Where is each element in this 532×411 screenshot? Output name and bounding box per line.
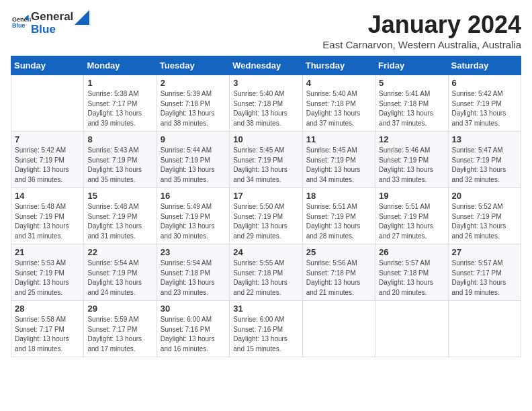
calendar-cell: 9Sunrise: 5:44 AM Sunset: 7:19 PM Daylig… [157, 132, 229, 188]
calendar-cell: 2Sunrise: 5:39 AM Sunset: 7:18 PM Daylig… [157, 75, 229, 132]
logo-icon: General Blue [12, 13, 31, 32]
day-number: 25 [306, 247, 371, 257]
calendar-cell: 8Sunrise: 5:43 AM Sunset: 7:19 PM Daylig… [84, 132, 157, 188]
day-number: 15 [87, 191, 152, 201]
day-number: 20 [452, 191, 517, 201]
calendar-cell: 1Sunrise: 5:38 AM Sunset: 7:17 PM Daylig… [84, 75, 157, 132]
day-number: 9 [161, 134, 226, 144]
day-number: 5 [379, 78, 444, 88]
day-info: Sunrise: 5:46 AM Sunset: 7:19 PM Dayligh… [379, 146, 444, 185]
calendar-week-row: 1Sunrise: 5:38 AM Sunset: 7:17 PM Daylig… [11, 75, 521, 132]
calendar-cell: 15Sunrise: 5:48 AM Sunset: 7:19 PM Dayli… [84, 188, 157, 244]
day-number: 26 [379, 247, 444, 257]
day-number: 6 [452, 78, 517, 88]
day-info: Sunrise: 6:00 AM Sunset: 7:16 PM Dayligh… [161, 315, 226, 354]
calendar-cell [302, 301, 375, 357]
weekday-header-row: SundayMondayTuesdayWednesdayThursdayFrid… [11, 56, 521, 75]
weekday-header: Thursday [302, 56, 375, 75]
day-number: 30 [161, 304, 226, 314]
day-info: Sunrise: 5:40 AM Sunset: 7:18 PM Dayligh… [233, 89, 298, 128]
day-number: 17 [233, 191, 298, 201]
day-number: 19 [379, 191, 444, 201]
calendar-cell [448, 301, 521, 357]
calendar-cell: 16Sunrise: 5:49 AM Sunset: 7:19 PM Dayli… [157, 188, 229, 244]
day-info: Sunrise: 5:57 AM Sunset: 7:17 PM Dayligh… [452, 259, 517, 298]
calendar-week-row: 7Sunrise: 5:42 AM Sunset: 7:19 PM Daylig… [11, 132, 521, 188]
day-info: Sunrise: 5:41 AM Sunset: 7:18 PM Dayligh… [379, 89, 444, 128]
day-info: Sunrise: 5:38 AM Sunset: 7:17 PM Dayligh… [87, 89, 152, 128]
day-info: Sunrise: 5:48 AM Sunset: 7:19 PM Dayligh… [87, 202, 152, 241]
day-number: 12 [379, 134, 444, 144]
calendar-cell: 7Sunrise: 5:42 AM Sunset: 7:19 PM Daylig… [11, 132, 84, 188]
weekday-header: Sunday [11, 56, 84, 75]
day-number: 16 [161, 191, 226, 201]
calendar-week-row: 14Sunrise: 5:48 AM Sunset: 7:19 PM Dayli… [11, 188, 521, 244]
day-info: Sunrise: 5:54 AM Sunset: 7:18 PM Dayligh… [161, 259, 226, 298]
day-number: 4 [306, 78, 371, 88]
day-info: Sunrise: 5:43 AM Sunset: 7:19 PM Dayligh… [87, 146, 152, 185]
day-info: Sunrise: 5:42 AM Sunset: 7:19 PM Dayligh… [452, 89, 517, 128]
weekday-header: Wednesday [230, 56, 302, 75]
calendar-cell: 23Sunrise: 5:54 AM Sunset: 7:18 PM Dayli… [157, 244, 229, 301]
calendar-cell: 4Sunrise: 5:40 AM Sunset: 7:18 PM Daylig… [302, 75, 375, 132]
day-info: Sunrise: 5:53 AM Sunset: 7:19 PM Dayligh… [15, 259, 80, 298]
weekday-header: Friday [375, 56, 448, 75]
day-info: Sunrise: 5:54 AM Sunset: 7:19 PM Dayligh… [87, 259, 152, 298]
day-info: Sunrise: 5:57 AM Sunset: 7:18 PM Dayligh… [379, 259, 444, 298]
calendar-cell [375, 301, 448, 357]
day-info: Sunrise: 5:58 AM Sunset: 7:17 PM Dayligh… [15, 315, 80, 354]
calendar-cell: 11Sunrise: 5:45 AM Sunset: 7:19 PM Dayli… [302, 132, 375, 188]
calendar-cell: 25Sunrise: 5:56 AM Sunset: 7:18 PM Dayli… [302, 244, 375, 301]
calendar-week-row: 28Sunrise: 5:58 AM Sunset: 7:17 PM Dayli… [11, 301, 521, 357]
svg-text:Blue: Blue [12, 22, 25, 29]
calendar-cell: 26Sunrise: 5:57 AM Sunset: 7:18 PM Dayli… [375, 244, 448, 301]
day-number: 31 [233, 304, 298, 314]
calendar-cell: 24Sunrise: 5:55 AM Sunset: 7:18 PM Dayli… [230, 244, 302, 301]
day-info: Sunrise: 5:49 AM Sunset: 7:19 PM Dayligh… [161, 202, 226, 241]
day-number: 29 [87, 304, 152, 314]
logo-general: General [31, 11, 73, 24]
day-number: 22 [87, 247, 152, 257]
logo-blue: Blue [31, 24, 73, 36]
calendar-cell [11, 75, 84, 132]
calendar-cell: 13Sunrise: 5:47 AM Sunset: 7:19 PM Dayli… [448, 132, 521, 188]
calendar-cell: 3Sunrise: 5:40 AM Sunset: 7:18 PM Daylig… [230, 75, 302, 132]
logo-text: General Blue [11, 13, 31, 34]
calendar-table: SundayMondayTuesdayWednesdayThursdayFrid… [11, 56, 521, 357]
day-number: 14 [15, 191, 80, 201]
day-info: Sunrise: 5:59 AM Sunset: 7:17 PM Dayligh… [87, 315, 152, 354]
day-number: 21 [15, 247, 80, 257]
svg-marker-3 [75, 10, 89, 25]
day-number: 24 [233, 247, 298, 257]
day-info: Sunrise: 5:40 AM Sunset: 7:18 PM Dayligh… [306, 89, 371, 128]
day-info: Sunrise: 5:51 AM Sunset: 7:19 PM Dayligh… [306, 202, 371, 241]
calendar-cell: 22Sunrise: 5:54 AM Sunset: 7:19 PM Dayli… [84, 244, 157, 301]
calendar-cell: 28Sunrise: 5:58 AM Sunset: 7:17 PM Dayli… [11, 301, 84, 357]
day-number: 3 [233, 78, 298, 88]
day-number: 18 [306, 191, 371, 201]
day-number: 27 [452, 247, 517, 257]
day-info: Sunrise: 5:45 AM Sunset: 7:19 PM Dayligh… [306, 146, 371, 185]
calendar-cell: 12Sunrise: 5:46 AM Sunset: 7:19 PM Dayli… [375, 132, 448, 188]
logo: General Blue General Blue [11, 11, 89, 36]
calendar-cell: 30Sunrise: 6:00 AM Sunset: 7:16 PM Dayli… [157, 301, 229, 357]
calendar-cell: 31Sunrise: 6:00 AM Sunset: 7:16 PM Dayli… [230, 301, 302, 357]
day-info: Sunrise: 5:42 AM Sunset: 7:19 PM Dayligh… [15, 146, 80, 185]
calendar-cell: 18Sunrise: 5:51 AM Sunset: 7:19 PM Dayli… [302, 188, 375, 244]
calendar-title: January 2024 [322, 11, 521, 39]
weekday-header: Tuesday [157, 56, 229, 75]
calendar-cell: 14Sunrise: 5:48 AM Sunset: 7:19 PM Dayli… [11, 188, 84, 244]
calendar-cell: 27Sunrise: 5:57 AM Sunset: 7:17 PM Dayli… [448, 244, 521, 301]
day-info: Sunrise: 5:48 AM Sunset: 7:19 PM Dayligh… [15, 202, 80, 241]
day-info: Sunrise: 5:44 AM Sunset: 7:19 PM Dayligh… [161, 146, 226, 185]
weekday-header: Saturday [448, 56, 521, 75]
day-info: Sunrise: 5:39 AM Sunset: 7:18 PM Dayligh… [161, 89, 226, 128]
day-number: 1 [87, 78, 152, 88]
day-number: 23 [161, 247, 226, 257]
calendar-cell: 19Sunrise: 5:51 AM Sunset: 7:19 PM Dayli… [375, 188, 448, 244]
day-number: 8 [87, 134, 152, 144]
calendar-cell: 5Sunrise: 5:41 AM Sunset: 7:18 PM Daylig… [375, 75, 448, 132]
day-info: Sunrise: 5:52 AM Sunset: 7:19 PM Dayligh… [452, 202, 517, 241]
day-info: Sunrise: 5:56 AM Sunset: 7:18 PM Dayligh… [306, 259, 371, 298]
day-info: Sunrise: 5:45 AM Sunset: 7:19 PM Dayligh… [233, 146, 298, 185]
